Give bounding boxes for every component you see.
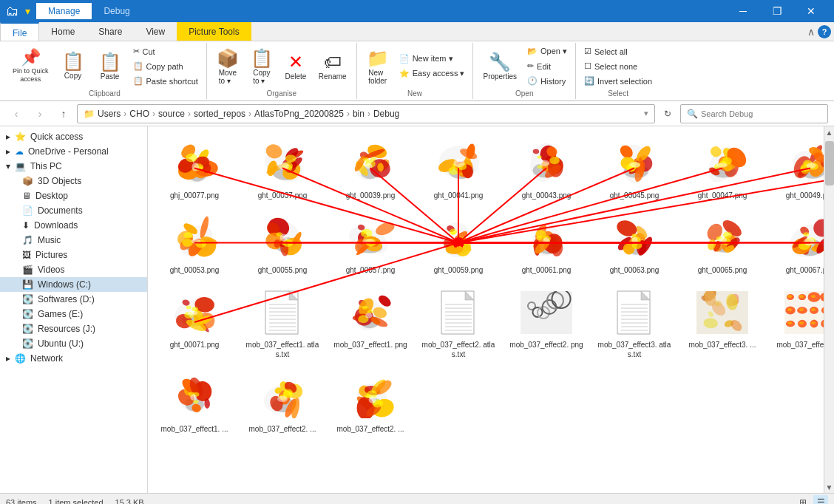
sidebar-item-quick-access[interactable]: ▸ ⭐ Quick access [0,129,147,144]
list-item[interactable]: ght_00039.png [330,132,411,204]
up-button[interactable]: ↑ [53,103,74,124]
list-item[interactable]: mob_037_effect3. atlas.txt [594,282,675,363]
forward-button[interactable]: › [30,103,50,124]
list-item[interactable]: mob_037_effect2. ... [330,366,411,437]
tab-view[interactable]: View [134,22,177,41]
path-bin[interactable]: bin [353,109,365,119]
list-item[interactable]: mob_037_effect1. ... [154,366,235,437]
details-view-button[interactable]: ☰ [813,495,828,505]
path-debug[interactable]: Debug [373,109,399,119]
list-item[interactable]: mob_037_effect3. ... [682,282,763,363]
sidebar-item-ubuntu-u[interactable]: 💽 Ubuntu (U:) [0,336,147,351]
history-button[interactable]: 🕐 History [523,74,571,88]
copy-path-button[interactable]: 📋 Copy path [129,59,202,73]
easy-access-button[interactable]: ⭐ Easy access ▾ [396,67,469,81]
properties-button[interactable]: 🔧 Properties [478,50,522,83]
tab-picture-tools[interactable]: Picture Tools [177,22,251,41]
tab-home[interactable]: Home [39,22,87,41]
list-item[interactable]: ght_00071.png [154,282,235,363]
maximize-button[interactable]: ❐ [760,0,794,22]
ribbon-tabs: File Home Share View Picture Tools ∧ ? [0,22,834,41]
path-cho[interactable]: CHO [129,109,149,119]
list-item[interactable]: ght_00055.png [242,207,323,279]
path-sorted-repos[interactable]: sorted_repos [194,109,245,119]
invert-selection-button[interactable]: 🔄 Invert selection [580,74,656,88]
sidebar-item-resources-j[interactable]: 💽 Resources (J:) [0,321,147,336]
copy-button[interactable]: 📋 Copy [55,49,91,84]
paste-button[interactable]: 📋 Paste [92,48,128,84]
sidebar-item-this-pc[interactable]: ▾ 💻 This PC [0,159,147,174]
open-button[interactable]: 📂 Open ▾ [523,44,571,58]
path-dropdown-icon[interactable]: ▾ [644,109,648,118]
sidebar-item-network[interactable]: ▸ 🌐 Network [0,351,147,366]
cut-button[interactable]: ✂ Cut [129,44,202,58]
sidebar-item-onedrive[interactable]: ▸ ☁ OneDrive - Personal [0,144,147,159]
large-icons-view-button[interactable]: ⊞ [796,495,810,505]
close-button[interactable]: ✕ [794,0,828,22]
sidebar-item-desktop[interactable]: 🖥 Desktop [0,188,147,203]
paste-shortcut-button[interactable]: 📋 Paste shortcut [129,74,202,88]
list-item[interactable]: mob_037_effect1. png [330,282,411,363]
file-name-label: ght_00045.png [610,191,660,200]
ribbon-collapse-icon[interactable]: ∧ [807,26,815,38]
list-item[interactable]: ght_00053.png [154,207,235,279]
list-item[interactable]: ghj_00077.png [154,132,235,204]
list-item[interactable]: ght_00041.png [418,132,499,204]
scrollbar[interactable]: ▲ ▼ [824,126,834,493]
scroll-down-button[interactable]: ▼ [824,481,835,493]
sidebar-item-3d-objects[interactable]: 📦 3D Objects [0,174,147,188]
search-box[interactable]: 🔍 [680,104,828,123]
list-item[interactable]: mob_037_effect2. atlas.txt [418,282,499,363]
path-atlastopng[interactable]: AtlasToPng_20200825 [254,109,344,119]
sidebar-item-downloads[interactable]: ⬇ Downloads [0,218,147,233]
select-all-button[interactable]: ☑ Select all [580,44,656,58]
sidebar-item-pictures[interactable]: 🖼 Pictures [0,248,147,262]
refresh-button[interactable]: ↻ [658,104,677,123]
list-item[interactable]: ght_00061.png [506,207,587,279]
edit-button[interactable]: ✏ Edit [523,59,571,73]
minimize-button[interactable]: ─ [726,0,760,22]
tab-share[interactable]: Share [87,22,134,41]
new-item-button[interactable]: 📄 New item ▾ [396,52,469,66]
new-folder-button[interactable]: 📁 Newfolder [362,46,394,87]
sidebar-item-documents[interactable]: 📄 Documents [0,203,147,218]
list-item[interactable]: ght_00043.png [506,132,587,204]
path-users[interactable]: Users [98,109,121,119]
list-item[interactable]: ght_00045.png [594,132,675,204]
list-item[interactable]: ght_00037.png [242,132,323,204]
list-item[interactable]: mob_037_effect1. ... [770,282,824,363]
sidebar-item-softwares-d[interactable]: 💽 Softwares (D:) [0,292,147,307]
move-to-button[interactable]: 📦 Moveto ▾ [211,46,244,87]
list-item[interactable]: ght_00067.png [770,207,824,279]
scroll-up-button[interactable]: ▲ [824,126,835,138]
list-item[interactable]: ght_00065.png [682,207,763,279]
file-name-label: mob_037_effect3. ... [689,340,756,350]
sidebar-item-videos[interactable]: 🎬 Videos [0,262,147,277]
tab-debug[interactable]: Debug [92,3,141,19]
list-item[interactable]: ght_00059.png [418,207,499,279]
list-item[interactable]: mob_037_effect2. png [506,282,587,363]
pin-button[interactable]: 📌 Pin to Quickaccess [7,47,54,86]
list-item[interactable]: mob_037_effect1. atlas.txt [242,282,323,363]
search-input[interactable] [701,109,821,118]
list-item[interactable]: ght_00057.png [330,207,411,279]
sidebar-item-music[interactable]: 🎵 Music [0,233,147,248]
file-area[interactable]: ghj_00077.pngght_00037.pngght_00039.pngg… [148,126,824,493]
select-none-button[interactable]: ☐ Select none [580,59,656,73]
tab-manage[interactable]: Manage [36,3,92,19]
path-source[interactable]: source [158,109,185,119]
scroll-thumb[interactable] [825,141,834,185]
list-item[interactable]: ght_00047.png [682,132,763,204]
sidebar-item-games-e[interactable]: 💽 Games (E:) [0,307,147,321]
list-item[interactable]: mob_037_effect2. ... [242,366,323,437]
list-item[interactable]: ght_00063.png [594,207,675,279]
delete-button[interactable]: ✕ Delete [279,50,312,83]
back-button[interactable]: ‹ [6,103,27,124]
tab-file[interactable]: File [0,22,39,41]
list-item[interactable]: ght_00049.png [770,132,824,204]
sidebar-item-windows-c[interactable]: 💾 Windows (C:) [0,277,147,292]
help-icon[interactable]: ? [818,25,831,38]
copy-to-button[interactable]: 📋 Copyto ▾ [245,46,278,87]
address-path[interactable]: 📁 Users › CHO › source › sorted_repos › … [77,104,655,123]
rename-button[interactable]: 🏷 Rename [313,50,352,83]
